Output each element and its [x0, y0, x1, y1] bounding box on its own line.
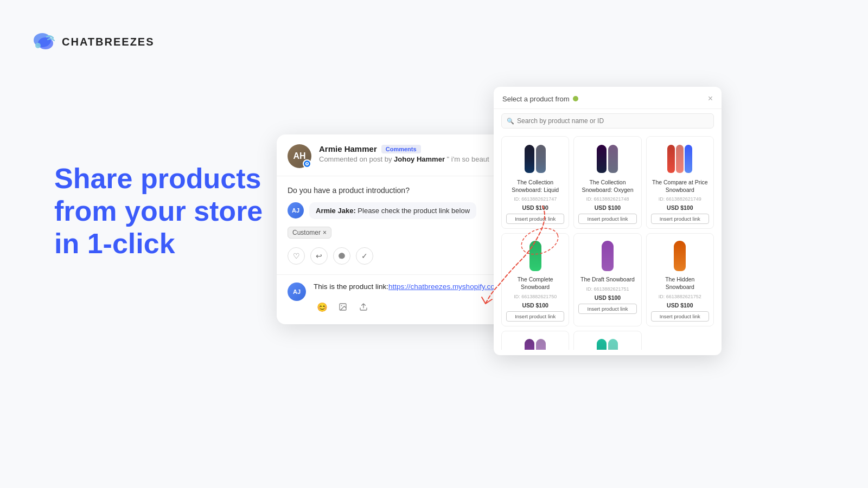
product-image [591, 141, 624, 176]
reply-icon[interactable]: ↩ [310, 247, 328, 265]
product-id: ID: 6613882621747 [514, 196, 557, 202]
product-id: ID: 6613882621751 [586, 286, 629, 292]
product-image [663, 238, 696, 273]
product-card: The Collection Snowboard: Liquid ID: 661… [501, 136, 569, 229]
check-icon[interactable]: ✓ [356, 247, 373, 265]
products-grid: The Collection Snowboard: Liquid ID: 661… [494, 133, 722, 350]
product-price: USD $100 [595, 294, 621, 301]
messenger-icon[interactable] [333, 247, 350, 265]
product-name: The Hidden Snowboard [651, 276, 709, 291]
avatar-wrap: AH [288, 144, 311, 168]
insert-link-button[interactable]: Insert product link [506, 311, 564, 322]
upload-button[interactable] [355, 298, 372, 316]
emoji-button[interactable]: 😊 [314, 298, 331, 316]
product-name: The Complete Snowboard [506, 276, 564, 291]
product-card: The Sport Snowboard ID: 6613882621754 US… [573, 331, 641, 350]
tag-close-icon[interactable]: × [323, 229, 327, 236]
product-id: ID: 6613882621752 [659, 294, 701, 299]
compose-avatar: AJ [288, 282, 306, 301]
picker-close-button[interactable]: × [708, 94, 713, 103]
product-card: The Gift Card ID: 6613882621753 USD $100… [501, 331, 569, 350]
product-card: The Compare at Price Snowboard ID: 66138… [646, 136, 714, 229]
comments-badge: Comments [381, 145, 421, 153]
customer-tag[interactable]: Customer × [288, 227, 331, 239]
insert-link-button[interactable]: Insert product link [578, 214, 636, 224]
platform-badge [303, 159, 311, 168]
search-area [494, 109, 722, 133]
logo-text: CHATBREEZES [62, 36, 155, 48]
product-name: The Collection Snowboard: Oxygen [578, 179, 636, 194]
product-picker: Select a product from × The Collection S… [494, 87, 722, 355]
product-price: USD $100 [667, 302, 693, 309]
product-image [591, 238, 624, 273]
shopify-indicator [573, 96, 578, 101]
reply-avatar: AJ [288, 202, 304, 219]
picker-title: Select a product from [502, 95, 578, 103]
insert-link-button[interactable]: Insert product link [578, 304, 636, 314]
insert-link-button[interactable]: Insert product link [651, 214, 709, 224]
product-image [519, 336, 552, 350]
picker-header: Select a product from × [494, 87, 722, 109]
svg-point-4 [341, 305, 342, 306]
product-price: USD $100 [595, 204, 621, 211]
product-image [519, 141, 552, 176]
product-image [591, 336, 624, 350]
hero-section: Share products from your store in 1-clic… [54, 163, 288, 260]
svg-point-2 [35, 43, 41, 48]
product-name: The Collection Snowboard: Liquid [506, 179, 564, 194]
product-card: The Collection Snowboard: Oxygen ID: 661… [573, 136, 641, 229]
insert-link-button[interactable]: Insert product link [506, 214, 564, 224]
product-search-input[interactable] [501, 113, 714, 129]
hero-title: Share products from your store in 1-clic… [54, 163, 288, 260]
reply-text: Armie Jake: Please check the product lin… [309, 202, 476, 219]
product-card: The Hidden Snowboard ID: 6613882621752 U… [646, 233, 714, 326]
product-card: The Complete Snowboard ID: 6613882621750… [501, 233, 569, 326]
like-icon[interactable]: ♡ [288, 247, 305, 265]
logo-area: CHATBREEZES [33, 33, 155, 51]
image-button[interactable] [334, 298, 352, 316]
product-image [663, 141, 696, 176]
product-card: The Draft Snowboard ID: 6613882621751 US… [573, 233, 641, 326]
product-name: The Compare at Price Snowboard [651, 179, 709, 194]
product-id: ID: 6613882621748 [586, 196, 629, 202]
product-image [519, 238, 552, 273]
insert-link-button[interactable]: Insert product link [651, 311, 709, 322]
product-price: USD $100 [522, 204, 548, 211]
product-price: USD $100 [667, 204, 693, 211]
product-id: ID: 6613882621749 [659, 196, 701, 202]
logo-icon [33, 33, 56, 51]
product-name: The Draft Snowboard [580, 276, 635, 284]
product-price: USD $100 [522, 302, 548, 309]
product-id: ID: 6613882621750 [514, 294, 557, 299]
